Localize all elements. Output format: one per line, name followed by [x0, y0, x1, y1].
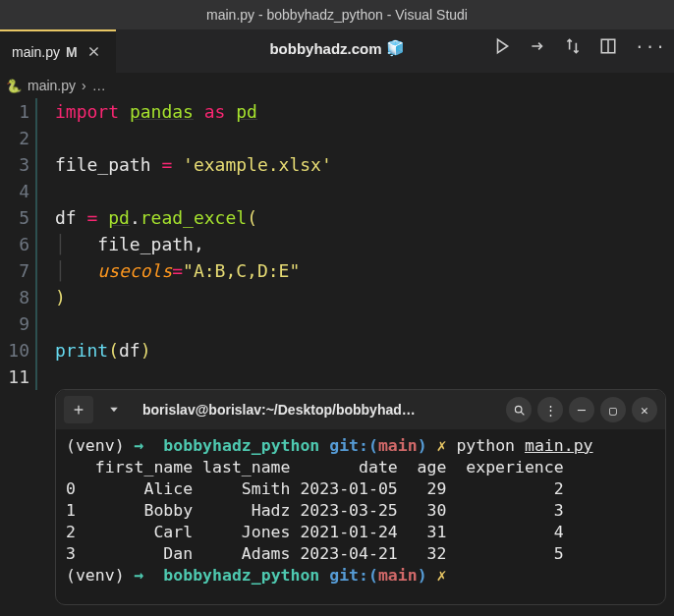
more-icon[interactable]: ···	[635, 37, 666, 59]
tab-bar: main.py M bobbyhadz.com 🧊 ···	[0, 29, 674, 73]
tab-main-py[interactable]: main.py M	[0, 29, 116, 73]
editor-actions: ···	[493, 37, 666, 59]
arrow-right-icon[interactable]	[529, 37, 546, 59]
tab-modified-badge: M	[66, 44, 78, 60]
terminal-title: borislav@borislav:~/Desktop/bobbyhadz_..…	[135, 402, 429, 418]
svg-line-3	[521, 412, 524, 415]
terminal-panel[interactable]: borislav@borislav:~/Desktop/bobbyhadz_..…	[55, 389, 666, 605]
tab-filename: main.py	[12, 44, 60, 60]
breadcrumb-more: …	[92, 78, 106, 93]
split-editor-icon[interactable]	[599, 37, 617, 59]
menu-icon[interactable]: ⋮	[537, 397, 563, 422]
compare-changes-icon[interactable]	[564, 37, 582, 59]
python-file-icon: 🐍	[6, 79, 22, 93]
svg-point-2	[515, 406, 522, 413]
table-row: 0 Alice Smith 2023-01-05 29 2	[66, 479, 564, 498]
new-terminal-button[interactable]	[64, 396, 93, 423]
close-terminal-icon[interactable]: ✕	[632, 397, 657, 422]
git-gutter-indicator	[35, 98, 45, 390]
table-row: 3 Dan Adams 2023-04-21 32 5	[66, 544, 564, 563]
close-icon[interactable]	[84, 42, 104, 63]
minimize-icon[interactable]: ─	[569, 397, 594, 422]
terminal-dropdown-icon[interactable]	[99, 396, 129, 423]
breadcrumb[interactable]: 🐍 main.py › …	[0, 73, 674, 98]
run-icon[interactable]	[493, 37, 511, 59]
table-row: 2 Carl Jones 2021-01-24 31 4	[66, 523, 564, 541]
code-content[interactable]: import pandas as pd file_path = 'example…	[45, 98, 332, 390]
line-gutter: 1 2 3 4 5 6 7 8 9 10 11	[0, 98, 35, 390]
terminal-title-bar: borislav@borislav:~/Desktop/bobbyhadz_..…	[56, 390, 665, 429]
table-header: first_name last_name date age experience	[66, 458, 564, 476]
window-title-bar: main.py - bobbyhadz_python - Visual Stud…	[0, 0, 674, 29]
table-row: 1 Bobby Hadz 2023-03-25 30 3	[66, 501, 564, 520]
watermark: bobbyhadz.com 🧊	[269, 39, 404, 57]
terminal-output[interactable]: (venv) → bobbyhadz_python git:(main) ✗ p…	[56, 429, 665, 592]
maximize-icon[interactable]: ▢	[600, 397, 626, 422]
code-editor[interactable]: 1 2 3 4 5 6 7 8 9 10 11 import pandas as…	[0, 98, 674, 390]
search-icon[interactable]	[506, 397, 532, 422]
cube-icon: 🧊	[386, 39, 405, 57]
breadcrumb-separator: ›	[82, 78, 86, 93]
window-title: main.py - bobbyhadz_python - Visual Stud…	[206, 7, 468, 23]
breadcrumb-file: main.py	[28, 78, 76, 93]
